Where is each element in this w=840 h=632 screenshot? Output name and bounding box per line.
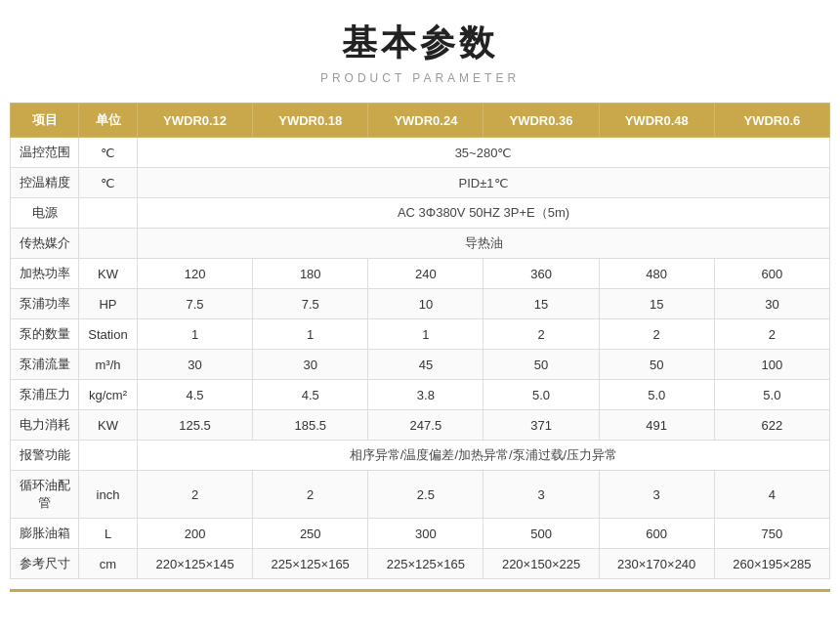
table-row: 泵的数量Station111222 xyxy=(11,319,830,350)
row-12-col-5: 750 xyxy=(714,519,829,549)
row-8-col-4: 5.0 xyxy=(599,380,714,410)
row-unit-1: ℃ xyxy=(79,168,138,198)
col-header-7: YWDR0.6 xyxy=(714,104,829,138)
row-label-9: 电力消耗 xyxy=(11,410,79,441)
row-9-col-1: 185.5 xyxy=(253,410,368,441)
table-header-row: 项目单位YWDR0.12YWDR0.18YWDR0.24YWDR0.36YWDR… xyxy=(11,104,830,138)
row-8-col-3: 5.0 xyxy=(483,380,599,410)
row-6-col-4: 2 xyxy=(599,319,714,350)
table-row: 电力消耗KW125.5185.5247.5371491622 xyxy=(11,410,830,441)
row-13-col-1: 225×125×165 xyxy=(253,549,368,579)
table-row: 泵浦流量m³/h3030455050100 xyxy=(11,350,830,380)
row-4-col-0: 120 xyxy=(138,259,253,289)
row-unit-6: Station xyxy=(79,319,138,350)
title-section: 基本参数 PRODUCT PARAMETER xyxy=(320,20,520,85)
row-13-col-2: 225×125×165 xyxy=(368,549,483,579)
table-row: 泵浦功率HP7.57.510151530 xyxy=(11,289,830,319)
table-row: 参考尺寸cm220×125×145225×125×165225×125×1652… xyxy=(11,549,830,579)
table-row: 温控范围℃35~280℃ xyxy=(11,138,830,168)
row-label-10: 报警功能 xyxy=(11,441,79,471)
row-7-col-4: 50 xyxy=(599,350,714,380)
col-header-1: 单位 xyxy=(79,104,138,138)
row-unit-11: inch xyxy=(79,471,138,519)
row-8-col-5: 5.0 xyxy=(714,380,829,410)
row-9-col-5: 622 xyxy=(714,410,829,441)
row-6-col-2: 1 xyxy=(368,319,483,350)
col-header-2: YWDR0.12 xyxy=(138,104,253,138)
row-7-col-0: 30 xyxy=(138,350,253,380)
parameter-table: 项目单位YWDR0.12YWDR0.18YWDR0.24YWDR0.36YWDR… xyxy=(10,103,830,579)
table-wrapper: 项目单位YWDR0.12YWDR0.18YWDR0.24YWDR0.36YWDR… xyxy=(10,103,830,579)
row-13-col-5: 260×195×285 xyxy=(714,549,829,579)
row-4-col-4: 480 xyxy=(599,259,714,289)
row-7-col-2: 45 xyxy=(368,350,483,380)
row-9-col-4: 491 xyxy=(599,410,714,441)
row-9-col-2: 247.5 xyxy=(368,410,483,441)
row-5-col-5: 30 xyxy=(714,289,829,319)
col-header-3: YWDR0.18 xyxy=(253,104,368,138)
row-11-col-0: 2 xyxy=(138,471,253,519)
row-12-col-1: 250 xyxy=(253,519,368,549)
row-unit-3 xyxy=(79,229,138,259)
row-merged-3: 导热油 xyxy=(138,229,830,259)
table-row: 控温精度℃PID±1℃ xyxy=(11,168,830,198)
row-12-col-3: 500 xyxy=(483,519,599,549)
row-7-col-5: 100 xyxy=(714,350,829,380)
row-12-col-0: 200 xyxy=(138,519,253,549)
row-11-col-3: 3 xyxy=(483,471,599,519)
row-11-col-5: 4 xyxy=(714,471,829,519)
table-row: 泵浦压力kg/cm²4.54.53.85.05.05.0 xyxy=(11,380,830,410)
row-11-col-4: 3 xyxy=(599,471,714,519)
row-merged-10: 相序异常/温度偏差/加热异常/泵浦过载/压力异常 xyxy=(138,441,830,471)
row-merged-2: AC 3Φ380V 50HZ 3P+E（5m) xyxy=(138,198,830,229)
row-label-2: 电源 xyxy=(11,198,79,229)
row-label-7: 泵浦流量 xyxy=(11,350,79,380)
row-unit-8: kg/cm² xyxy=(79,380,138,410)
row-5-col-3: 15 xyxy=(483,289,599,319)
row-label-4: 加热功率 xyxy=(11,259,79,289)
row-12-col-2: 300 xyxy=(368,519,483,549)
table-row: 加热功率KW120180240360480600 xyxy=(11,259,830,289)
row-merged-1: PID±1℃ xyxy=(138,168,830,198)
table-row: 传热媒介导热油 xyxy=(11,229,830,259)
col-header-4: YWDR0.24 xyxy=(368,104,483,138)
row-6-col-0: 1 xyxy=(138,319,253,350)
row-9-col-0: 125.5 xyxy=(138,410,253,441)
row-4-col-2: 240 xyxy=(368,259,483,289)
row-7-col-1: 30 xyxy=(253,350,368,380)
row-label-3: 传热媒介 xyxy=(11,229,79,259)
row-label-1: 控温精度 xyxy=(11,168,79,198)
main-title: 基本参数 xyxy=(320,20,520,67)
row-unit-5: HP xyxy=(79,289,138,319)
row-13-col-0: 220×125×145 xyxy=(138,549,253,579)
row-13-col-3: 220×150×225 xyxy=(483,549,599,579)
col-header-6: YWDR0.48 xyxy=(599,104,714,138)
col-header-0: 项目 xyxy=(11,104,79,138)
row-label-6: 泵的数量 xyxy=(11,319,79,350)
row-unit-10 xyxy=(79,441,138,471)
row-6-col-5: 2 xyxy=(714,319,829,350)
row-11-col-1: 2 xyxy=(253,471,368,519)
row-label-13: 参考尺寸 xyxy=(11,549,79,579)
row-unit-4: KW xyxy=(79,259,138,289)
row-5-col-1: 7.5 xyxy=(253,289,368,319)
row-unit-2 xyxy=(79,198,138,229)
table-row: 循环油配管inch222.5334 xyxy=(11,471,830,519)
table-row: 电源AC 3Φ380V 50HZ 3P+E（5m) xyxy=(11,198,830,229)
row-unit-9: KW xyxy=(79,410,138,441)
row-8-col-2: 3.8 xyxy=(368,380,483,410)
row-6-col-3: 2 xyxy=(483,319,599,350)
sub-title: PRODUCT PARAMETER xyxy=(320,71,520,85)
row-label-5: 泵浦功率 xyxy=(11,289,79,319)
row-11-col-2: 2.5 xyxy=(368,471,483,519)
table-row: 膨胀油箱L200250300500600750 xyxy=(11,519,830,549)
row-9-col-3: 371 xyxy=(483,410,599,441)
row-5-col-0: 7.5 xyxy=(138,289,253,319)
row-5-col-4: 15 xyxy=(599,289,714,319)
table-row: 报警功能相序异常/温度偏差/加热异常/泵浦过载/压力异常 xyxy=(11,441,830,471)
row-12-col-4: 600 xyxy=(599,519,714,549)
row-8-col-1: 4.5 xyxy=(253,380,368,410)
row-5-col-2: 10 xyxy=(368,289,483,319)
row-8-col-0: 4.5 xyxy=(138,380,253,410)
table-body: 温控范围℃35~280℃控温精度℃PID±1℃电源AC 3Φ380V 50HZ … xyxy=(11,138,830,579)
